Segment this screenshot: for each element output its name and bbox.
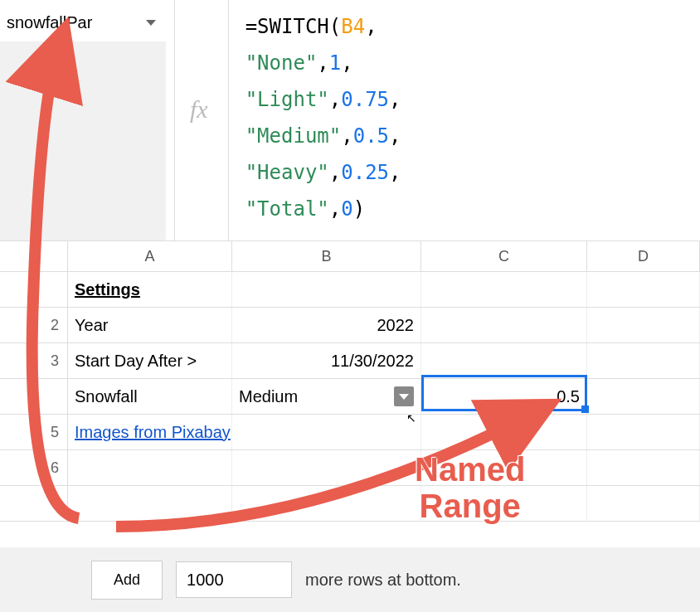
row-count-input[interactable] xyxy=(176,561,292,598)
cell-c6[interactable] xyxy=(421,450,587,485)
row-header-6[interactable]: 6 xyxy=(0,450,68,485)
toolbar-grey-bg xyxy=(0,41,166,240)
cell-a1[interactable]: Settings xyxy=(68,272,232,307)
cell-b7[interactable] xyxy=(232,486,421,521)
table-row: Settings xyxy=(0,272,700,308)
settings-heading: Settings xyxy=(75,280,140,299)
fx-icon: fx xyxy=(190,95,208,124)
cell-b1[interactable] xyxy=(232,272,421,307)
column-header-c[interactable]: C xyxy=(421,241,587,271)
cell-d2[interactable] xyxy=(587,308,700,342)
add-rows-button[interactable]: Add xyxy=(91,561,163,600)
cell-d3[interactable] xyxy=(587,343,700,378)
table-row: 7 xyxy=(0,486,700,522)
cell-d6[interactable] xyxy=(587,450,700,485)
more-rows-label: more rows at bottom. xyxy=(305,571,461,590)
row-header-7[interactable]: 7 xyxy=(0,486,68,521)
snowfall-dropdown[interactable]: Medium xyxy=(239,386,414,406)
cell-d7[interactable] xyxy=(587,486,700,521)
column-header-d[interactable]: D xyxy=(587,241,700,271)
cell-c7[interactable] xyxy=(421,486,587,521)
cell-b2[interactable]: 2022 xyxy=(232,308,421,342)
cell-b6[interactable] xyxy=(232,450,421,485)
cell-c4[interactable]: 0.5 xyxy=(421,379,587,414)
cell-b5[interactable] xyxy=(232,415,421,449)
pixabay-link[interactable]: Images from Pixabay xyxy=(75,423,231,442)
formula-line-2: "None",1, xyxy=(245,45,401,81)
row-header-2[interactable]: 2 xyxy=(0,308,68,342)
dropdown-value: Medium xyxy=(239,387,298,406)
formula-line-5: "Heavy",0.25, xyxy=(245,154,401,191)
cell-b3[interactable]: 11/30/2022 xyxy=(232,343,421,378)
row-header-1[interactable] xyxy=(0,272,68,307)
name-box-container: snowfallPar xyxy=(0,0,166,38)
formula-input[interactable]: =SWITCH(B4, "None",1, "Light",0.75, "Med… xyxy=(228,0,401,240)
chevron-down-icon[interactable] xyxy=(146,20,156,26)
cell-a2[interactable]: Year xyxy=(68,308,232,342)
formula-line-1: =SWITCH(B4, xyxy=(245,8,401,45)
cell-c3[interactable] xyxy=(421,343,587,378)
cell-a4[interactable]: Snowfall xyxy=(68,379,232,414)
cell-c5[interactable] xyxy=(421,415,587,449)
formula-toolbar: snowfallPar fx =SWITCH(B4, "None",1, "Li… xyxy=(0,0,700,240)
chevron-down-icon[interactable] xyxy=(394,386,414,406)
name-box[interactable]: snowfallPar xyxy=(0,7,166,38)
column-header-b[interactable]: B xyxy=(232,241,421,271)
cell-c1[interactable] xyxy=(421,272,587,307)
spreadsheet-grid: A B C D Settings 2 Year 2022 3 Start Day… xyxy=(0,240,700,522)
table-row: 5 Images from Pixabay xyxy=(0,415,700,450)
cell-b4[interactable]: Medium xyxy=(232,379,421,414)
table-row: Snowfall Medium 0.5 xyxy=(0,379,700,415)
formula-line-6: "Total",0) xyxy=(245,191,401,227)
select-all-corner[interactable] xyxy=(0,241,68,271)
formula-line-3: "Light",0.75, xyxy=(245,81,401,118)
formula-bar: fx =SWITCH(B4, "None",1, "Light",0.75, "… xyxy=(174,0,401,240)
row-header-4[interactable] xyxy=(0,379,68,414)
table-row: 6 xyxy=(0,450,700,486)
row-header-3[interactable]: 3 xyxy=(0,343,68,378)
formula-line-4: "Medium",0.5, xyxy=(245,118,401,154)
table-row: 3 Start Day After > 11/30/2022 xyxy=(0,343,700,379)
cell-d1[interactable] xyxy=(587,272,700,307)
table-row: 2 Year 2022 xyxy=(0,308,700,343)
cell-c2[interactable] xyxy=(421,308,587,342)
column-header-a[interactable]: A xyxy=(68,241,232,271)
cell-d5[interactable] xyxy=(587,415,700,449)
add-rows-bar: Add more rows at bottom. xyxy=(0,547,700,612)
column-headers-row: A B C D xyxy=(0,240,700,272)
name-box-value: snowfallPar xyxy=(7,13,92,32)
cell-a6[interactable] xyxy=(68,450,232,485)
cell-a3[interactable]: Start Day After > xyxy=(68,343,232,378)
row-header-5[interactable]: 5 xyxy=(0,415,68,449)
cell-a5[interactable]: Images from Pixabay xyxy=(68,415,232,449)
cell-d4[interactable] xyxy=(587,379,700,414)
cell-a7[interactable] xyxy=(68,486,232,521)
